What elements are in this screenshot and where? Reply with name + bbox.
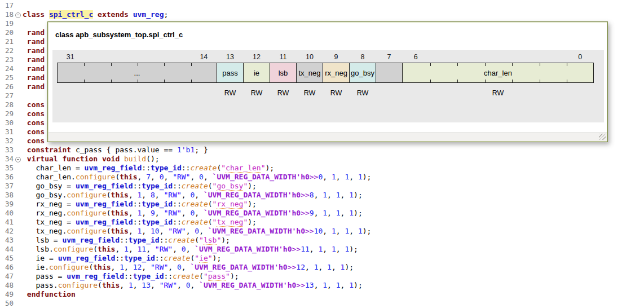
bit-index-labels: 10 [296, 50, 323, 63]
code-line[interactable]: 45 ie = uvm_reg_field::type_id::create("… [0, 254, 644, 263]
fold-marker-icon[interactable] [14, 155, 23, 164]
field-box: pass [217, 63, 244, 83]
field-box [376, 63, 403, 83]
code-text[interactable]: rand [23, 82, 45, 91]
code-text[interactable]: rand [23, 28, 45, 37]
field-name: tx_neg [298, 69, 320, 77]
code-line[interactable]: 43 lsb = uvm_reg_field::type_id::create(… [0, 236, 644, 245]
line-number: 45 [0, 254, 14, 263]
line-number: 18 [0, 10, 14, 19]
line-number: 50 [0, 299, 14, 308]
field-access: RW [217, 83, 244, 97]
line-number: 43 [0, 236, 14, 245]
code-line[interactable]: 42 tx_neg.configure(this, 1, 10, "RW", 0… [0, 227, 644, 236]
field-access: RW [296, 83, 323, 97]
code-text[interactable]: rx_neg = uvm_reg_field::type_id::create(… [23, 200, 257, 209]
line-number: 34 [0, 155, 14, 164]
code-line[interactable]: 46 ie.configure(this, 1, 12, "RW", 0, `U… [0, 263, 644, 272]
code-text[interactable]: char_len = uvm_reg_field::type_id::creat… [23, 164, 274, 173]
code-text[interactable]: rand [23, 46, 45, 55]
code-text[interactable]: endfunction [23, 290, 76, 298]
line-number: 48 [0, 281, 14, 290]
field-access [57, 83, 217, 97]
line-number: 46 [0, 263, 14, 272]
code-text[interactable]: rand [23, 64, 45, 73]
code-text[interactable]: lsb.configure(this, 1, 11, "RW", 0, `UVM… [23, 245, 358, 253]
code-text[interactable]: tx_neg = uvm_reg_field::type_id::create(… [23, 218, 257, 227]
bit-index-labels: 7 [376, 50, 403, 63]
reg-field-tx_neg: 10tx_negRW [296, 50, 323, 97]
field-name: go_bsy [351, 69, 374, 77]
code-text[interactable]: virtual function void build(); [23, 155, 160, 163]
code-line[interactable]: 38 go_bsy.configure(this, 1, 8, "RW", 0,… [0, 191, 644, 200]
code-line[interactable]: 44 lsb.configure(this, 1, 11, "RW", 0, `… [0, 245, 644, 254]
bit-index-labels: 9 [323, 50, 350, 63]
code-text[interactable]: char_len.configure(this, 7, 0, "RW", 0, … [23, 173, 371, 181]
line-number: 39 [0, 200, 14, 209]
code-line[interactable]: 33 constraint c_pass { pass.value == 1'b… [0, 146, 644, 155]
code-text[interactable]: cons [23, 137, 45, 145]
code-text[interactable]: pass.configure(this, 1, 13, "RW", 0, `UV… [23, 281, 363, 289]
field-name: char_len [484, 69, 512, 77]
code-text[interactable]: lsb = uvm_reg_field::type_id::create("ls… [23, 236, 230, 245]
line-number: 19 [0, 19, 14, 28]
code-text[interactable]: constraint c_pass { pass.value == 1'b1; … [23, 146, 208, 154]
code-text[interactable]: ie = uvm_reg_field::type_id::create("ie"… [23, 254, 221, 263]
code-text[interactable]: rand [23, 73, 45, 82]
code-text[interactable]: rx_neg.configure(this, 1, 9, "RW", 0, `U… [23, 209, 363, 217]
line-number: 47 [0, 272, 14, 281]
code-line[interactable]: 49 endfunction [0, 290, 644, 299]
code-text[interactable]: cons [23, 109, 45, 118]
code-line[interactable]: 36 char_len.configure(this, 7, 0, "RW", … [0, 173, 644, 182]
field-box: ie [243, 63, 270, 83]
line-number: 40 [0, 209, 14, 218]
code-text[interactable]: pass = uvm_reg_field::type_id::create("p… [23, 272, 239, 281]
line-number: 42 [0, 227, 14, 236]
code-line[interactable]: 34 virtual function void build(); [0, 155, 644, 164]
code-text[interactable]: go_bsy.configure(this, 1, 8, "RW", 0, `U… [23, 191, 363, 199]
field-box: ... [57, 63, 217, 83]
line-number: 29 [0, 109, 14, 118]
fold-marker-icon[interactable] [14, 10, 23, 19]
reg-field-pass: 13passRW [217, 50, 244, 97]
field-box: rx_neg [323, 63, 350, 83]
hover-popup[interactable]: class apb_subsystem_top.spi_ctrl_c 3114.… [47, 21, 608, 142]
bit-index-labels: 12 [243, 50, 270, 63]
resize-grip-icon[interactable] [599, 134, 606, 140]
code-text[interactable]: ie.configure(this, 1, 12, "RW", 0, `UVM_… [23, 263, 354, 271]
field-name: rx_neg [325, 69, 347, 77]
code-line[interactable]: 47 pass = uvm_reg_field::type_id::create… [0, 272, 644, 281]
line-number: 31 [0, 127, 14, 137]
code-text[interactable]: cons [23, 118, 45, 127]
line-number: 44 [0, 245, 14, 254]
code-line[interactable]: 48 pass.configure(this, 1, 13, "RW", 0, … [0, 281, 644, 290]
code-line[interactable]: 39 rx_neg = uvm_reg_field::type_id::crea… [0, 200, 644, 209]
field-access: RW [270, 83, 297, 97]
code-text[interactable]: cons [23, 100, 45, 109]
code-line[interactable]: 18class spi_ctrl_c extends uvm_reg; [0, 10, 644, 19]
line-number: 20 [0, 28, 14, 37]
code-line[interactable]: 41 tx_neg = uvm_reg_field::type_id::crea… [0, 218, 644, 227]
code-text[interactable]: rand [23, 37, 45, 46]
line-number: 36 [0, 173, 14, 182]
bit-index-labels: 13 [217, 50, 244, 63]
reg-field-char_len: 60char_lenRW [402, 50, 594, 97]
code-line[interactable]: 35 char_len = uvm_reg_field::type_id::cr… [0, 164, 644, 173]
code-line[interactable]: 17 [0, 1, 644, 10]
code-text[interactable]: tx_neg.configure(this, 1, 10, "RW", 0, `… [23, 227, 371, 235]
reg-field-lsb: 11lsbRW [270, 50, 297, 97]
field-name: ie [254, 69, 259, 77]
line-number: 17 [0, 1, 14, 10]
code-text[interactable]: go_bsy = uvm_reg_field::type_id::create(… [23, 182, 257, 191]
reg-field-go_bsy: 8go_bsyRW [349, 50, 376, 97]
code-line[interactable]: 50 [0, 299, 644, 308]
code-text[interactable]: cons [23, 127, 45, 136]
code-text[interactable]: rand [23, 55, 45, 64]
popup-title: class apb_subsystem_top.spi_ctrl_c [55, 30, 183, 39]
code-text[interactable]: class spi_ctrl_c extends uvm_reg; [23, 10, 168, 19]
line-number: 24 [0, 64, 14, 73]
code-line[interactable]: 37 go_bsy = uvm_reg_field::type_id::crea… [0, 182, 644, 191]
field-name: pass [222, 69, 237, 77]
code-line[interactable]: 40 rx_neg.configure(this, 1, 9, "RW", 0,… [0, 209, 644, 218]
line-number: 27 [0, 91, 14, 100]
